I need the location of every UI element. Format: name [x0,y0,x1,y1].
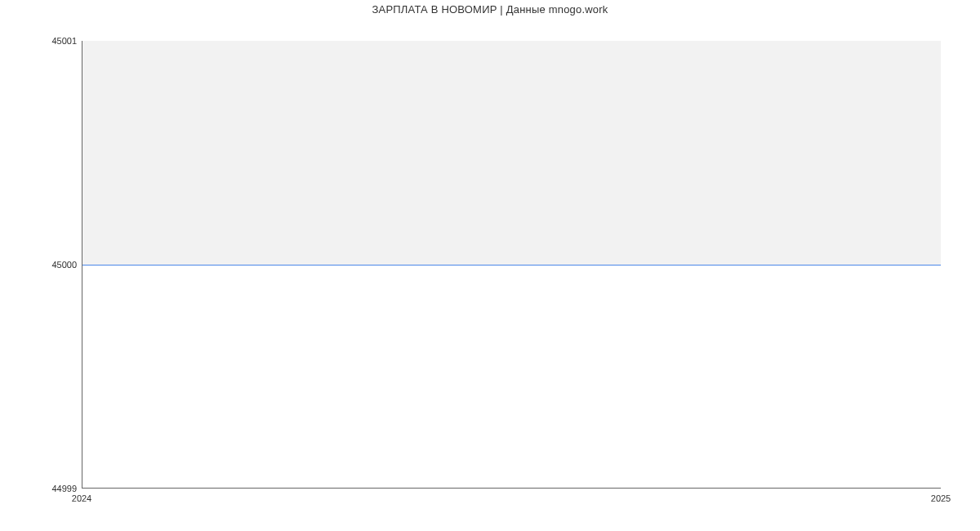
y-tick-mid: 45000 [51,260,77,270]
plot-area [82,41,941,489]
y-tick-top: 45001 [51,36,77,46]
area-fill [82,41,941,265]
salary-chart: ЗАРПЛАТА В НОВОМИР | Данные mnogo.work 4… [0,0,980,531]
y-tick-bottom: 44999 [51,484,77,493]
series-line [82,265,941,266]
x-tick-left: 2024 [72,493,91,503]
x-tick-right: 2025 [931,493,951,503]
chart-title: ЗАРПЛАТА В НОВОМИР | Данные mnogo.work [0,3,980,16]
